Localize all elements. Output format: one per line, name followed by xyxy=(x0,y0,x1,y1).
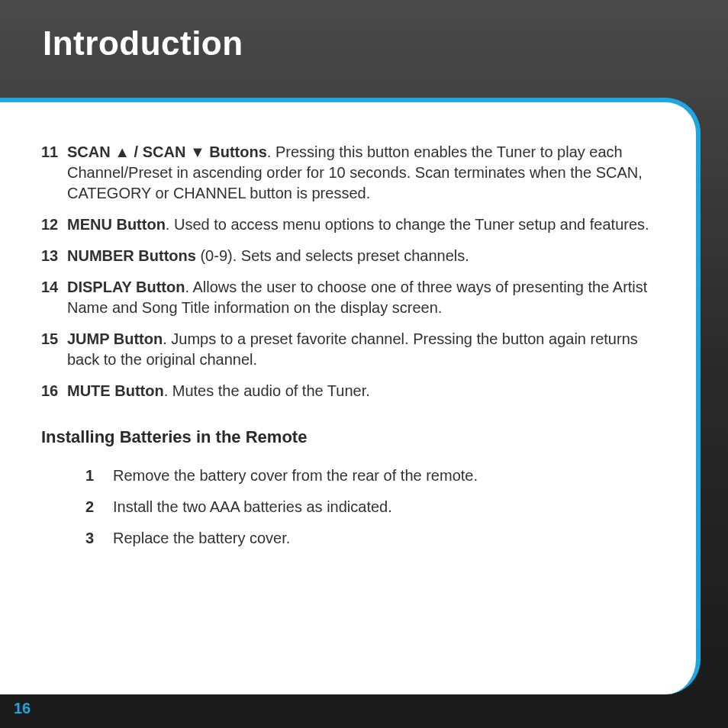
step-text: Install the two AAA batteries as indicat… xyxy=(113,497,392,517)
item-text: SCAN ▲ / SCAN ▼ Buttons. Pressing this b… xyxy=(67,142,652,204)
step-number: 2 xyxy=(85,497,113,517)
item-label: NUMBER Buttons xyxy=(67,247,196,264)
item-desc: . Mutes the audio of the Tuner. xyxy=(164,382,370,399)
item-text: MUTE Button. Mutes the audio of the Tune… xyxy=(67,381,652,401)
item-number: 15 xyxy=(41,329,67,370)
step-number: 1 xyxy=(85,465,113,486)
item-number: 12 xyxy=(41,214,67,235)
step-text: Remove the battery cover from the rear o… xyxy=(113,465,478,486)
list-item: 15 JUMP Button. Jumps to a preset favori… xyxy=(41,329,652,370)
item-text: MENU Button. Used to access menu options… xyxy=(67,214,652,235)
down-triangle-icon: ▼ xyxy=(190,142,205,163)
step-text: Replace the battery cover. xyxy=(113,528,290,549)
item-label: DISPLAY Button xyxy=(67,279,185,295)
list-item: 1 Remove the battery cover from the rear… xyxy=(85,465,652,486)
list-item: 16 MUTE Button. Mutes the audio of the T… xyxy=(41,381,652,401)
item-desc: . Sets and selects preset channels. xyxy=(233,247,469,264)
steps-list: 1 Remove the battery cover from the rear… xyxy=(41,465,652,549)
step-number: 3 xyxy=(85,528,113,549)
item-number: 11 xyxy=(41,142,67,204)
item-number: 13 xyxy=(41,246,67,266)
item-label: MUTE Button xyxy=(67,382,164,399)
item-desc: . Used to access menu options to change … xyxy=(166,216,649,233)
list-item: 2 Install the two AAA batteries as indic… xyxy=(85,497,652,517)
label-part: / SCAN xyxy=(130,143,190,160)
item-text: NUMBER Buttons (0-9). Sets and selects p… xyxy=(67,246,652,266)
list-item: 11 SCAN ▲ / SCAN ▼ Buttons. Pressing thi… xyxy=(41,142,652,204)
item-label: JUMP Button xyxy=(67,330,163,347)
item-number: 16 xyxy=(41,381,67,401)
item-label: MENU Button xyxy=(67,216,166,233)
list-item: 14 DISPLAY Button. Allows the user to ch… xyxy=(41,277,652,318)
content-panel: 11 SCAN ▲ / SCAN ▼ Buttons. Pressing thi… xyxy=(0,98,701,694)
item-number: 14 xyxy=(41,277,67,318)
page-title: Introduction xyxy=(0,0,728,63)
list-item: 3 Replace the battery cover. xyxy=(85,528,652,549)
list-item: 13 NUMBER Buttons (0-9). Sets and select… xyxy=(41,246,652,266)
feature-list: 11 SCAN ▲ / SCAN ▼ Buttons. Pressing thi… xyxy=(41,142,652,401)
up-triangle-icon: ▲ xyxy=(114,142,130,163)
item-text: JUMP Button. Jumps to a preset favorite … xyxy=(67,329,652,370)
label-part: Buttons xyxy=(205,143,267,160)
item-suffix: (0-9) xyxy=(196,247,233,264)
item-text: DISPLAY Button. Allows the user to choos… xyxy=(67,277,652,318)
section-heading: Installing Batteries in the Remote xyxy=(41,427,652,447)
list-item: 12 MENU Button. Used to access menu opti… xyxy=(41,214,652,235)
page-number: 16 xyxy=(14,700,31,717)
label-part: SCAN xyxy=(67,143,114,160)
